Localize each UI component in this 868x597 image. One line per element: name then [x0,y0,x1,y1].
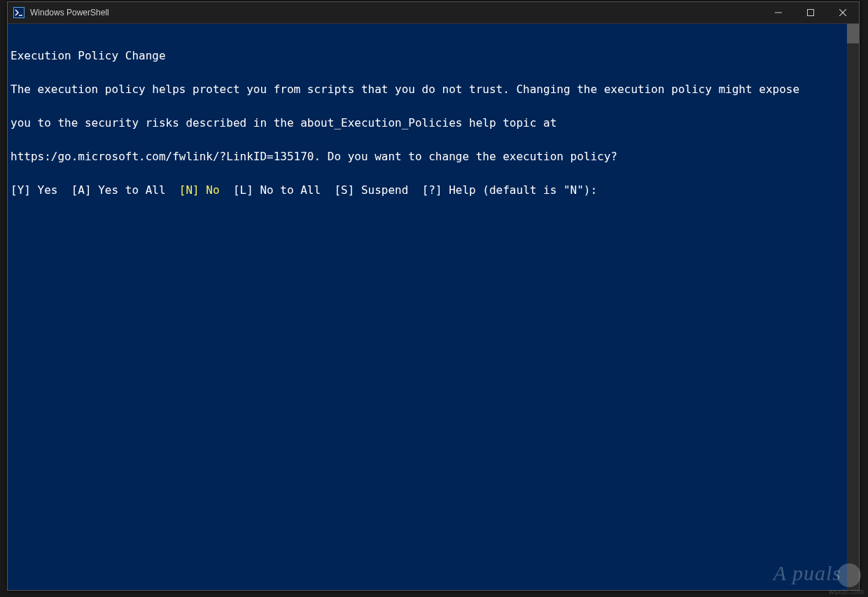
option-help: [?] Help (default is "N"): [422,183,597,197]
window-title: Windows PowerShell [30,8,109,17]
powershell-window: Windows PowerShell Execution Policy Chan… [7,1,860,591]
close-button[interactable] [827,2,859,23]
vertical-scrollbar[interactable] [847,24,859,590]
option-separator [220,183,233,197]
minimize-button[interactable] [762,2,794,23]
option-no-key: [N] [179,183,200,197]
console-body-line: The execution policy helps protect you f… [10,84,858,95]
console-body-line: you to the security risks described in t… [10,118,858,129]
console-heading: Execution Policy Change [10,50,858,62]
console-body-line: https:/go.microsoft.com/fwlink/?LinkID=1… [10,151,858,162]
console-area[interactable]: Execution Policy Change The execution po… [8,23,859,590]
option-suspend: [S] Suspend [334,183,421,197]
option-yes-all: [A] Yes to All [71,183,179,197]
option-yes: [Y] Yes [10,183,71,197]
titlebar[interactable]: Windows PowerShell [8,2,859,23]
option-no-label: No [200,183,220,197]
maximize-button[interactable] [794,2,827,23]
window-controls [762,2,859,23]
powershell-icon [13,7,24,18]
scrollbar-thumb[interactable] [847,24,859,43]
option-no-all: [L] No to All [233,183,335,197]
console-prompt-line: [Y] Yes [A] Yes to All [N] No [L] No to … [10,185,858,196]
svg-rect-2 [808,10,814,16]
